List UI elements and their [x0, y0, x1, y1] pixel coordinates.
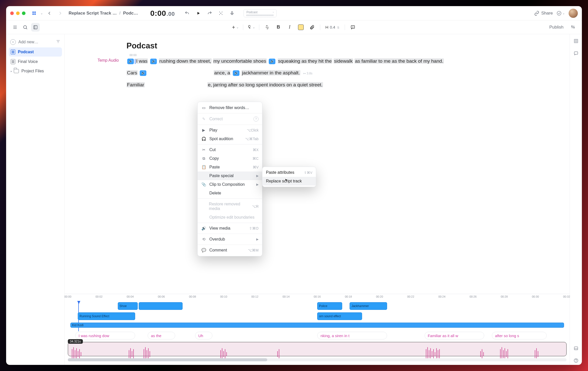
word[interactable]: e, jarring after so long spent indoors o… [207, 82, 323, 87]
close-window-icon[interactable] [10, 11, 14, 15]
play-button[interactable] [194, 9, 203, 18]
bold-button[interactable]: B [274, 23, 283, 32]
speaker-label[interactable]: Temp Audio [75, 57, 126, 65]
menu-spot-audition[interactable]: 🎧 Spot audition ⌥⌘Tab [198, 135, 262, 143]
comments-panel-icon[interactable] [572, 49, 580, 58]
script-chip[interactable]: as the [148, 332, 175, 339]
audio-track-sfx2[interactable]: Running Sound Effectorn sound effect [68, 312, 567, 321]
timeline-scrollbar[interactable] [68, 358, 567, 361]
add-comment-button[interactable] [349, 23, 357, 32]
script-chip[interactable]: nking, a siren in t [317, 332, 387, 339]
audio-clip[interactable]: Jackhammer [350, 302, 387, 310]
audio-clip[interactable] [139, 302, 183, 310]
word[interactable]: as familiar to me as the back of my hand… [354, 58, 444, 64]
properties-panel-button[interactable] [569, 23, 577, 32]
word[interactable]: Cars [126, 70, 138, 75]
word[interactable]: squeaking as they hit the [278, 58, 332, 64]
audio-clip[interactable]: Running Sound Effect [78, 312, 135, 320]
word[interactable]: Familiar [126, 82, 145, 87]
menu-hamburger-button[interactable] [11, 23, 19, 32]
gap-badge[interactable]: ↦ 3.8s [303, 72, 312, 75]
sidebar-item-project-files[interactable]: ▸ Project Files [9, 67, 62, 75]
sound-clip-icon[interactable]: 🔊 [269, 59, 275, 64]
strikethrough-button[interactable] [263, 23, 272, 32]
timeline[interactable]: 00:0000:0200:0400:0600:0800:1000:1200:14… [65, 294, 570, 365]
menu-remove-filler[interactable]: ▭ Remove filler words… [198, 103, 262, 112]
italic-button[interactable]: I [285, 23, 294, 32]
app-logo[interactable] [31, 10, 38, 17]
timeline-ruler[interactable]: 00:0000:0200:0400:0600:0800:1000:1200:14… [68, 295, 567, 301]
app-menu-chevron-icon[interactable]: ⌄ [40, 11, 43, 15]
grid-icon[interactable] [572, 37, 580, 45]
editor-area[interactable]: Podcast 00:00 Temp Audio 🔊I was 🔊 rushin… [65, 34, 570, 294]
undo-button[interactable] [183, 9, 191, 18]
highlight-button[interactable] [297, 23, 305, 32]
word[interactable]: my uncomfortable shoes [213, 58, 267, 64]
zoom-window-icon[interactable] [22, 11, 25, 15]
menu-copy[interactable]: ⧉ Copy ⌘C [198, 154, 262, 163]
transcript-paragraph[interactable]: 🔊I was 🔊 rushing down the street, my unc… [126, 57, 559, 65]
menu-delete[interactable]: Delete [198, 189, 262, 197]
scrollbar-thumb[interactable] [68, 358, 267, 361]
record-mic-button[interactable] [228, 9, 236, 18]
ai-sparkle-icon[interactable] [216, 9, 225, 18]
word[interactable]: jackhammer in the asphalt. [241, 70, 300, 75]
panel-toggle-button[interactable] [31, 23, 40, 32]
menu-comment[interactable]: 💬 Comment ⌥⌘M [198, 246, 262, 255]
script-chip[interactable]: after so long s [492, 332, 547, 339]
script-track[interactable]: I was rushing dowas theUhnking, a siren … [68, 331, 567, 340]
breadcrumb-doc[interactable]: Podc… [123, 11, 138, 16]
menu-overdub[interactable]: ⟲ Overdub ▶ [198, 235, 262, 244]
sound-clip-icon[interactable]: 🔊 [150, 59, 157, 64]
menu-paste-special[interactable]: Paste special ▶ [198, 171, 262, 180]
voice-track[interactable]: 34.321s [68, 342, 567, 356]
word[interactable]: rushing down the street, [159, 58, 212, 64]
add-new-button[interactable]: ＋ Add new… [9, 37, 62, 47]
publish-button[interactable]: Publish [549, 25, 564, 30]
breadcrumb[interactable]: Replace Script Track … / Podc… [69, 11, 138, 16]
minimize-window-icon[interactable] [16, 11, 20, 15]
add-button[interactable]: ⌄ [231, 23, 239, 32]
word[interactable]: I was [136, 58, 148, 64]
submenu-paste-attributes[interactable]: Paste attributes ⇧⌘V [262, 168, 316, 177]
sidebar-item-podcast[interactable]: Podcast [9, 47, 62, 57]
audio-clip[interactable]: orn sound effect [317, 312, 362, 320]
redo-button[interactable] [205, 9, 214, 18]
sidebar-item-final-voice[interactable]: Final Voice [9, 57, 62, 66]
speaker-selector[interactable]: Podcast [244, 9, 277, 17]
audio-clip[interactable]: Police [317, 302, 342, 310]
document-title[interactable]: Podcast [126, 41, 559, 50]
footer-panel-icon[interactable] [572, 344, 580, 353]
search-button[interactable] [21, 23, 30, 32]
filter-icon[interactable] [56, 39, 60, 45]
user-avatar[interactable] [569, 9, 578, 18]
sound-clip-icon[interactable]: 🔊 [127, 59, 134, 64]
menu-paste[interactable]: 📋 Paste ⌘V [198, 163, 262, 171]
gap-setting[interactable]: 0.4 s [324, 23, 341, 32]
menu-view-media[interactable]: 🔊 View media ⇧⌘O [198, 224, 262, 233]
breadcrumb-project[interactable]: Replace Script Track … [69, 11, 117, 16]
voice-tool-button[interactable]: ⌄ [247, 23, 255, 32]
sound-clip-icon[interactable]: 🔊 [140, 70, 146, 76]
audio-clip[interactable]: Shoe [118, 302, 138, 310]
audio-track-sfx1[interactable]: ShoePoliceJackhammer [68, 302, 567, 311]
menu-play[interactable]: ▶ Play ⌥Click [198, 126, 262, 135]
nav-back-button[interactable] [45, 9, 54, 18]
help-icon[interactable] [572, 356, 580, 365]
script-chip[interactable]: Uh [195, 332, 212, 339]
status-check-icon[interactable]: ⌄ [556, 9, 565, 18]
window-traffic-lights[interactable] [10, 11, 25, 15]
menu-clip-to-composition[interactable]: 📎 Clip to Composition ▶ [198, 180, 262, 189]
word[interactable]: ance, a [214, 70, 231, 75]
script-chip[interactable]: I was rushing dow [75, 332, 135, 339]
transcript-paragraph[interactable]: Familiar e, jarring after so long spent … [126, 81, 559, 89]
menu-cut[interactable]: ✂ Cut ⌘X [198, 145, 262, 154]
transcript-paragraph[interactable]: Cars 🔊 ance, a 🔊 jackhammer in the aspha… [126, 69, 559, 77]
audio-track-music[interactable]: Kid Kodi [68, 322, 567, 329]
audio-clip[interactable]: Kid Kodi [70, 323, 564, 328]
script-chip[interactable]: Familiar as it all w [425, 332, 484, 339]
share-button[interactable]: Share [534, 11, 553, 16]
submenu-replace-script-track[interactable]: Replace script track [262, 177, 316, 186]
attachment-button[interactable] [308, 23, 316, 32]
word[interactable]: sidewalk [334, 58, 353, 64]
